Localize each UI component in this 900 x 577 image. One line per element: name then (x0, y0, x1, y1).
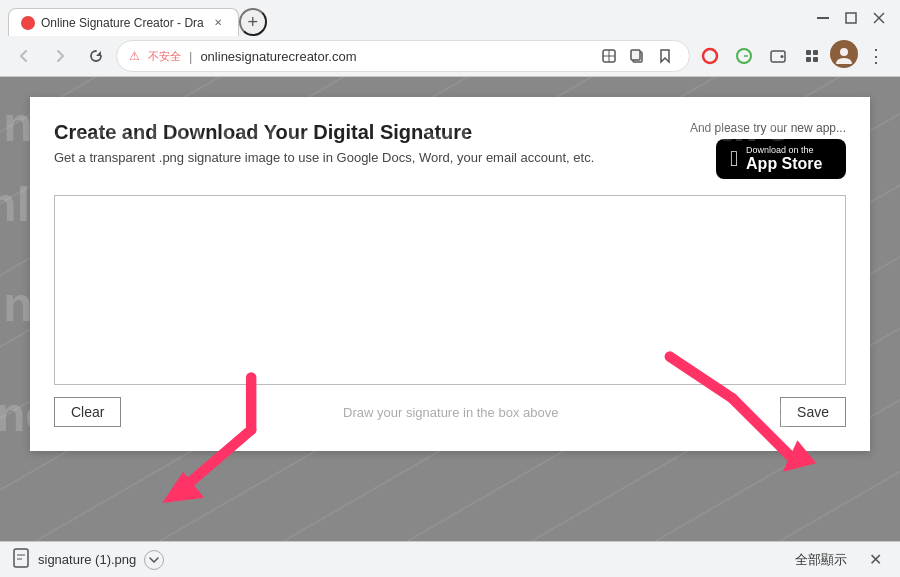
svg-marker-10 (661, 50, 669, 62)
tab-title: Online Signature Creator - Dra (41, 16, 204, 30)
svg-rect-26 (14, 549, 28, 567)
svg-rect-2 (846, 13, 856, 23)
svg-point-19 (840, 48, 848, 56)
page-area: ine Signa ture Online Signa ture Online … (0, 77, 900, 542)
svg-rect-17 (806, 57, 811, 62)
extensions-button[interactable] (796, 40, 828, 72)
wallet-button[interactable] (762, 40, 794, 72)
close-window-button[interactable] (866, 5, 892, 31)
minimize-button[interactable] (810, 5, 836, 31)
svg-rect-15 (806, 50, 811, 55)
maximize-button[interactable] (838, 5, 864, 31)
badge-small-text: Download on the (746, 145, 822, 155)
opera-g-button[interactable] (728, 40, 760, 72)
profile-avatar-button[interactable] (830, 40, 858, 68)
svg-marker-22 (162, 472, 204, 503)
canvas-placeholder-text: Draw your signature in the box above (343, 405, 558, 420)
clear-button[interactable]: Clear (54, 397, 121, 427)
badge-large-text: App Store (746, 155, 822, 173)
translate-icon-button[interactable] (597, 44, 621, 68)
badge-text: Download on the App Store (746, 145, 822, 173)
try-text: And please try our new app... (690, 121, 846, 135)
address-bar-row: ⚠ 不安全 | onlinesignaturecreator.com (0, 36, 900, 76)
svg-point-14 (781, 55, 784, 58)
security-icon: ⚠ (129, 49, 140, 63)
card-subtitle: Get a transparent .png signature image t… (54, 150, 594, 165)
svg-rect-1 (817, 17, 829, 19)
download-chevron-button[interactable] (144, 550, 164, 570)
menu-button[interactable]: ⋮ (860, 40, 892, 72)
card-text-area: Create and Download Your Digital Signatu… (54, 121, 594, 165)
back-button[interactable] (8, 40, 40, 72)
main-card: Create and Download Your Digital Signatu… (30, 97, 870, 451)
browser-tab[interactable]: Online Signature Creator - Dra ✕ (8, 8, 239, 36)
copy-icon-button[interactable] (625, 44, 649, 68)
svg-rect-16 (813, 50, 818, 55)
tab-favicon (21, 16, 35, 30)
refresh-button[interactable] (80, 40, 112, 72)
svg-point-11 (703, 49, 717, 63)
app-store-badge[interactable]:  Download on the App Store (716, 139, 846, 179)
download-filename: signature (1).png (38, 552, 136, 567)
new-tab-button[interactable]: + (239, 8, 267, 36)
app-store-area: And please try our new app...  Download… (690, 121, 846, 179)
close-download-button[interactable]: ✕ (863, 548, 888, 571)
address-box[interactable]: ⚠ 不安全 | onlinesignaturecreator.com (116, 40, 690, 72)
file-icon (12, 548, 30, 572)
opera-o-button[interactable] (694, 40, 726, 72)
forward-button[interactable] (44, 40, 76, 72)
bookmark-icon-button[interactable] (653, 44, 677, 68)
url-text: onlinesignaturecreator.com (200, 49, 589, 64)
card-header: Create and Download Your Digital Signatu… (54, 121, 846, 179)
address-separator: | (189, 49, 192, 64)
signature-canvas[interactable] (54, 195, 846, 385)
buttons-row: Clear Draw your signature in the box abo… (54, 397, 846, 427)
card-title: Create and Download Your Digital Signatu… (54, 121, 594, 144)
svg-rect-18 (813, 57, 818, 62)
svg-rect-9 (631, 50, 640, 60)
save-button[interactable]: Save (780, 397, 846, 427)
security-label: 不安全 (148, 49, 181, 64)
show-all-button[interactable]: 全部顯示 (787, 547, 855, 573)
svg-point-0 (23, 18, 33, 28)
apple-icon:  (730, 146, 738, 172)
tab-close-button[interactable]: ✕ (210, 15, 226, 31)
bottom-bar: signature (1).png 全部顯示 ✕ (0, 541, 900, 577)
